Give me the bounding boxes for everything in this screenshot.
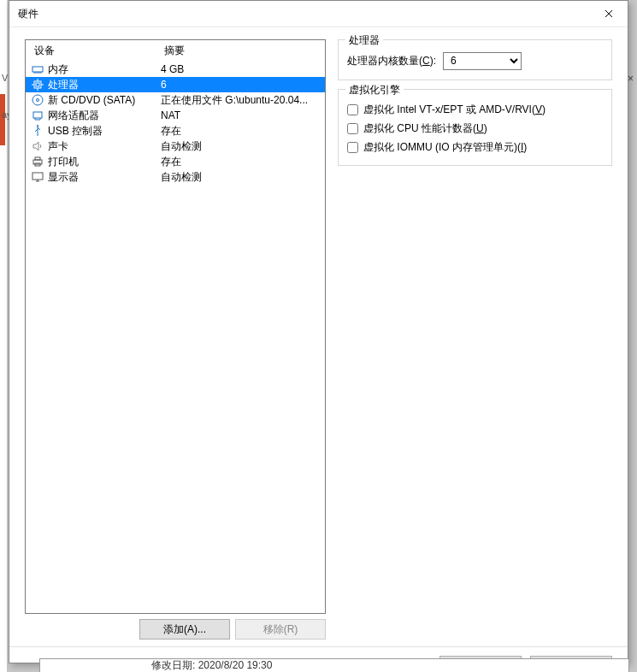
- nic-icon: [31, 109, 44, 122]
- device-row[interactable]: 显示器自动检测: [26, 169, 325, 185]
- add-button-label: 添加(A)...: [163, 622, 206, 637]
- cores-label: 处理器内核数量(C):: [347, 54, 436, 68]
- bg-close-hint: ×: [628, 73, 634, 85]
- usb-icon: [31, 124, 44, 138]
- device-list[interactable]: 设备 摘要 内存4 GB处理器6新 CD/DVD (SATA)正在使用文件 G:…: [25, 39, 326, 614]
- virt-perf-label: 虚拟化 CPU 性能计数器(U): [363, 121, 487, 136]
- device-row[interactable]: 新 CD/DVD (SATA)正在使用文件 G:\ubuntu-20.04...: [26, 92, 325, 108]
- close-icon[interactable]: [589, 1, 628, 27]
- sound-icon: [31, 139, 44, 153]
- device-summary: 自动检测: [161, 170, 325, 185]
- titlebar: 硬件: [9, 1, 628, 27]
- device-list-header: 设备 摘要: [26, 40, 325, 62]
- virt-iommu-checkbox[interactable]: [347, 142, 358, 153]
- bg-letter: V: [2, 73, 8, 83]
- svg-rect-5: [33, 112, 42, 118]
- hardware-dialog: 硬件 设备 摘要 内存4 GB处理器6新 CD/DVD (SATA)正在使用文件…: [9, 0, 628, 663]
- device-name: 声卡: [48, 139, 68, 154]
- device-name: 网络适配器: [48, 109, 99, 123]
- svg-rect-2: [36, 83, 39, 86]
- add-button[interactable]: 添加(A)...: [139, 619, 230, 640]
- column-device: 设备: [26, 44, 164, 58]
- display-icon: [31, 170, 44, 184]
- device-name: 新 CD/DVD (SATA): [48, 93, 135, 108]
- column-summary: 摘要: [164, 44, 325, 58]
- device-summary: 存在: [161, 155, 325, 169]
- svg-rect-1: [34, 81, 41, 88]
- device-row[interactable]: 声卡自动检测: [26, 139, 325, 154]
- device-summary: 6: [161, 79, 325, 91]
- cpu-icon: [31, 78, 44, 91]
- svg-point-3: [32, 95, 43, 105]
- device-name: 内存: [48, 62, 68, 77]
- device-summary: NAT: [161, 109, 325, 121]
- svg-point-4: [37, 99, 39, 102]
- processor-cores-select[interactable]: 6: [443, 52, 522, 70]
- device-summary: 正在使用文件 G:\ubuntu-20.04...: [161, 93, 325, 108]
- device-name: USB 控制器: [48, 124, 103, 139]
- device-summary: 自动检测: [161, 139, 325, 154]
- background-window-strip: 修改日期: 2020/8/20 19:30: [39, 658, 629, 672]
- device-name: 显示器: [48, 170, 79, 185]
- remove-button-label: 移除(R): [263, 622, 298, 637]
- device-row[interactable]: 打印机存在: [26, 154, 325, 169]
- device-name: 打印机: [48, 155, 79, 169]
- virt-perf-checkbox[interactable]: [347, 123, 358, 134]
- device-row[interactable]: USB 控制器存在: [26, 123, 325, 139]
- virt-iommu-label: 虚拟化 IOMMU (IO 内存管理单元)(I): [363, 140, 527, 155]
- device-name: 处理器: [48, 78, 79, 92]
- device-summary: 存在: [161, 124, 325, 139]
- virtualization-legend: 虚拟化引擎: [345, 83, 404, 97]
- device-row[interactable]: 内存4 GB: [26, 62, 325, 77]
- remove-button[interactable]: 移除(R): [235, 619, 326, 640]
- device-summary: 4 GB: [161, 63, 325, 75]
- virtualization-group: 虚拟化引擎 虚拟化 Intel VT-x/EPT 或 AMD-V/RVI(V) …: [338, 89, 612, 166]
- memory-icon: [31, 62, 44, 76]
- processors-group: 处理器 处理器内核数量(C): 6: [338, 39, 612, 80]
- svg-point-6: [37, 125, 38, 127]
- cd-icon: [31, 93, 44, 107]
- svg-rect-10: [32, 173, 43, 180]
- svg-rect-8: [35, 157, 40, 160]
- printer-icon: [31, 155, 44, 168]
- virt-vtx-checkbox[interactable]: [347, 104, 358, 115]
- svg-rect-0: [32, 67, 43, 72]
- device-row[interactable]: 网络适配器NAT: [26, 108, 325, 123]
- virt-vtx-label: 虚拟化 Intel VT-x/EPT 或 AMD-V/RVI(V): [363, 103, 546, 117]
- processors-legend: 处理器: [345, 33, 383, 48]
- device-row[interactable]: 处理器6: [26, 77, 325, 92]
- dialog-title: 硬件: [18, 7, 589, 21]
